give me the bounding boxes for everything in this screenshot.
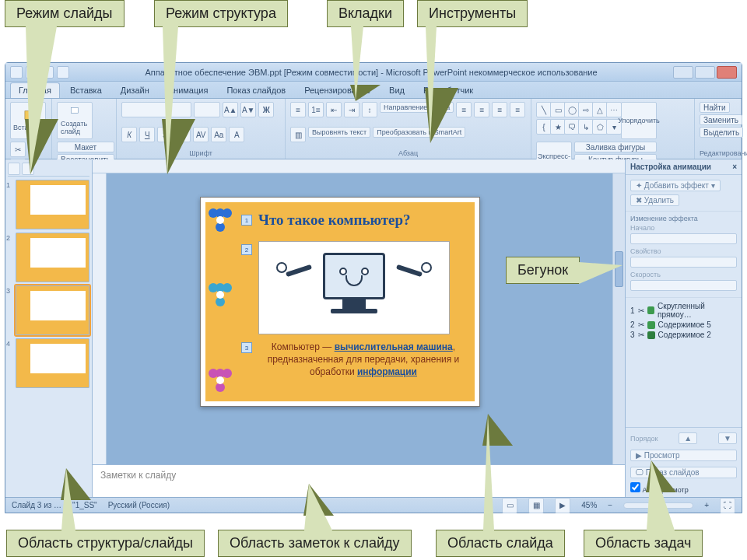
align-center-icon[interactable]: ≡	[474, 102, 489, 117]
slide-thumb-4[interactable]: 4	[8, 338, 89, 388]
shape-star-icon[interactable]: ★	[550, 119, 566, 135]
align-left-icon[interactable]: ≡	[456, 102, 472, 117]
slide-thumb-2[interactable]: 2	[8, 233, 89, 282]
current-slide[interactable]: 1 2 3 Что такое компьютер?	[200, 197, 480, 407]
bold-icon[interactable]: Ж	[258, 102, 274, 117]
grow-font-icon[interactable]: A▲	[223, 102, 238, 117]
tab-slideshow[interactable]: Показ слайдов	[218, 82, 294, 98]
sorter-view-icon[interactable]: ▦	[528, 498, 544, 513]
indent-increase-icon[interactable]: ⇥	[344, 102, 359, 117]
shape-curly-icon[interactable]: {	[536, 119, 552, 135]
shape-tri-icon[interactable]: △	[592, 102, 608, 117]
cut-icon[interactable]: ✂	[10, 142, 26, 157]
fit-window-icon[interactable]: ⛶	[720, 498, 735, 513]
shrink-font-icon[interactable]: A▼	[240, 102, 256, 117]
notes-pane[interactable]: Заметки к слайду	[93, 464, 625, 497]
align-justify-icon[interactable]: ≡	[510, 102, 525, 117]
align-right-icon[interactable]: ≡	[492, 102, 507, 117]
callout-label: Область структура/слайды	[18, 535, 193, 551]
zoom-in-icon[interactable]: +	[704, 501, 709, 509]
status-language[interactable]: Русский (Россия)	[108, 501, 170, 509]
close-button[interactable]	[717, 66, 737, 79]
effect-item[interactable]: 2✂Содержимое 5	[627, 320, 740, 330]
numbering-icon[interactable]: 1≡	[308, 102, 324, 117]
remove-effect-button[interactable]: ✖ Удалить	[630, 194, 679, 206]
speed-select[interactable]	[630, 280, 737, 291]
change-case-icon[interactable]: Aa	[211, 127, 226, 142]
replace-button[interactable]: Заменить	[700, 114, 742, 125]
slide-canvas[interactable]: 1 2 3 Что такое компьютер?	[107, 173, 612, 464]
svg-rect-1	[71, 107, 78, 113]
shape-oval-icon[interactable]: ◯	[564, 102, 580, 117]
zoom-out-icon[interactable]: −	[608, 501, 612, 509]
slideshow-view-icon[interactable]: ▶	[555, 498, 570, 513]
reorder-down-icon[interactable]: ▼	[718, 432, 737, 444]
taskpane-modify: Изменение эффекта Начало Свойство Скорос…	[626, 212, 742, 298]
indent-decrease-icon[interactable]: ⇤	[326, 102, 342, 117]
callout-tail	[351, 26, 363, 101]
layout-button[interactable]: Макет	[57, 142, 114, 152]
slide-body-text[interactable]: Компьютер — вычислительная машина, предн…	[258, 341, 468, 379]
shape-fill-button[interactable]: Заливка фигуры	[574, 142, 657, 152]
char-spacing-icon[interactable]: AV	[193, 127, 209, 142]
maximize-button[interactable]	[695, 66, 715, 79]
tab-design[interactable]: Дизайн	[112, 82, 158, 98]
font-color-icon[interactable]: A	[229, 127, 244, 142]
find-button[interactable]: Найти	[700, 102, 730, 113]
effect-item[interactable]: 1✂Скругленный прямоу…	[627, 301, 740, 320]
arrange-button[interactable]: Упорядочить	[621, 102, 657, 139]
shapes-gallery[interactable]: ╲ ▭ ◯ ⇨ △ ⋯ { ★ 🗨 ↳ ⬠ ▾	[536, 102, 619, 135]
slide-thumb-3[interactable]: 3	[8, 285, 89, 335]
font-size-select[interactable]	[194, 102, 220, 117]
taskpane-close-icon[interactable]: ×	[732, 163, 737, 171]
new-slide-button[interactable]: Создать слайд	[57, 102, 93, 139]
line-spacing-icon[interactable]: ↕	[362, 102, 377, 117]
slide-thumb-1[interactable]: 1	[8, 180, 89, 229]
app-window: Аппаратное обеспечение ЭВМ.ppt [Режим со…	[5, 62, 742, 513]
minimize-button[interactable]	[673, 66, 693, 79]
redo-icon[interactable]	[57, 66, 69, 79]
shape-arrow-icon[interactable]: ⇨	[578, 102, 594, 117]
ribbon: Вставить ✂ ⧉ 🖌 Буфер обм… Создать слайд …	[5, 99, 742, 159]
shape-connector-icon[interactable]: ↳	[578, 119, 594, 135]
play-button[interactable]: ▶ Просмотр	[630, 450, 737, 461]
callout-label: Режим структура	[166, 5, 276, 21]
property-select[interactable]	[630, 257, 737, 268]
normal-view-icon[interactable]: ▭	[502, 498, 517, 513]
tab-view[interactable]: Вид	[381, 82, 413, 98]
slide-picture[interactable]	[258, 241, 450, 334]
tab-insert[interactable]: Вставка	[61, 82, 110, 98]
taskpane-header: Настройка анимации ×	[626, 159, 742, 175]
shape-more-icon[interactable]: ⋯	[606, 102, 622, 117]
start-select[interactable]	[630, 233, 737, 244]
columns-icon[interactable]: ▥	[290, 127, 306, 142]
anim-tag-2[interactable]: 2	[241, 244, 252, 255]
slide-title[interactable]: Что такое компьютер?	[258, 212, 468, 229]
reorder-up-icon[interactable]: ▲	[679, 432, 697, 444]
shape-poly-icon[interactable]: ⬠	[592, 119, 608, 135]
vertical-scrollbar[interactable]	[612, 173, 625, 464]
callout-label: Область задач	[595, 535, 691, 551]
anim-tag-3[interactable]: 3	[241, 342, 252, 353]
select-button[interactable]: Выделить	[700, 127, 743, 138]
font-family-select[interactable]	[121, 102, 191, 117]
slides-tab-icon[interactable]	[8, 163, 20, 175]
callout-tail	[579, 262, 622, 284]
zoom-value[interactable]: 45%	[581, 501, 597, 509]
shape-callout-icon[interactable]: 🗨	[564, 119, 580, 135]
callout-tail	[647, 460, 675, 530]
effect-icon	[647, 306, 655, 314]
bullets-icon[interactable]: ≡	[290, 102, 306, 117]
effect-item[interactable]: 3✂Содержимое 2	[627, 330, 740, 340]
shape-rect-icon[interactable]: ▭	[550, 102, 566, 117]
add-effect-button[interactable]: ✦ Добавить эффект ▾	[630, 180, 721, 191]
italic-icon[interactable]: К	[121, 127, 137, 142]
taskpane-title: Настройка анимации	[630, 163, 711, 171]
group-slides: Создать слайд Макет Восстановить Удалить…	[52, 99, 117, 159]
align-text-button[interactable]: Выровнять текст	[308, 127, 370, 138]
anim-tag-1[interactable]: 1	[241, 215, 252, 226]
underline-icon[interactable]: Ч	[139, 127, 155, 142]
office-button[interactable]	[10, 66, 23, 79]
shape-line-icon[interactable]: ╲	[536, 102, 552, 117]
status-slide-info: Слайд 3 из …	[12, 501, 61, 509]
